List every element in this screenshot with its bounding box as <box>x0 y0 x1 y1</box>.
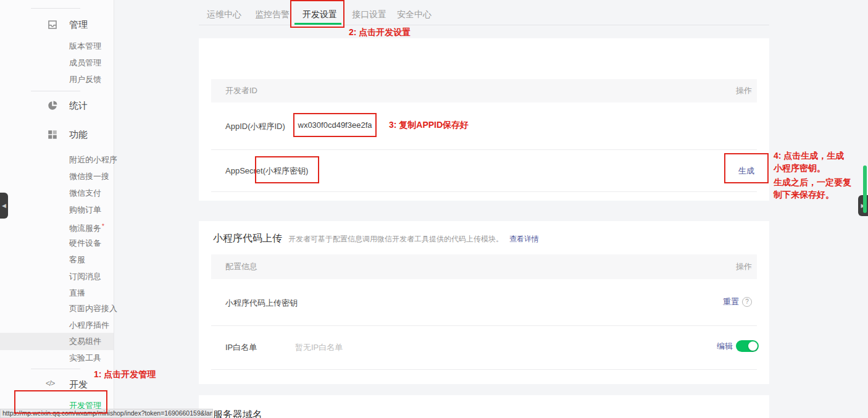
grid-icon <box>47 129 58 140</box>
column-action: 操作 <box>736 261 752 272</box>
view-details-link[interactable]: 查看详情 <box>509 234 539 245</box>
annotation-step4-line1: 4: 点击生成，生成 <box>774 149 867 162</box>
sidebar-item-shopping-orders[interactable]: 购物订单 <box>69 204 101 215</box>
tab-ops-center[interactable]: 运维中心 <box>207 9 241 20</box>
row-divider <box>211 191 757 192</box>
wechat-miniprogram-admin-screen: 管理 版本管理 成员管理 用户反馈 统计 功能 附近的小程序 微信搜一搜 微信支… <box>0 0 868 418</box>
edit-link[interactable]: 编辑 <box>717 341 733 352</box>
annotation-box-appsecret <box>255 156 319 183</box>
annotation-step4: 4: 点击生成，生成 小程序密钥。 生成之后，一定要复 制下来保存好。 <box>774 149 867 201</box>
tabbar-divider <box>199 25 769 25</box>
code-upload-desc: 开发者可基于配置信息调用微信开发者工具提供的代码上传模块。 <box>288 234 503 245</box>
sidebar-item-member-manage[interactable]: 成员管理 <box>69 57 101 69</box>
sidebar-item-label: 物流服务 <box>69 224 101 233</box>
ip-whitelist-label: IP白名单 <box>225 342 257 353</box>
appid-label: AppID(小程序ID) <box>225 121 285 132</box>
column-action: 操作 <box>736 85 752 96</box>
column-config-info: 配置信息 <box>225 261 257 272</box>
code-icon: </> <box>46 379 54 388</box>
toggle-knob <box>748 341 757 351</box>
sidebar-item-customer-service[interactable]: 客服 <box>69 254 85 265</box>
row-divider <box>211 325 757 326</box>
sidebar-item-trade-component[interactable]: 交易组件 <box>69 336 101 347</box>
sidebar-section-features[interactable]: 功能 <box>69 128 88 141</box>
help-icon[interactable]: ? <box>742 297 752 307</box>
reset-link[interactable]: 重置 <box>723 296 739 307</box>
sidebar-item-subscribe-message[interactable]: 订阅消息 <box>69 271 101 282</box>
sidebar-section-dev[interactable]: 开发 <box>69 378 88 391</box>
tab-security-center[interactable]: 安全中心 <box>397 9 432 20</box>
sidebar-item-hardware-device[interactable]: 硬件设备 <box>69 238 101 249</box>
inbox-icon <box>47 19 58 30</box>
sidebar-item-version-manage[interactable]: 版本管理 <box>69 41 101 52</box>
ip-whitelist-value: 暂无IP白名单 <box>295 342 343 353</box>
upload-key-actions: 重置 ? <box>723 296 752 307</box>
upload-key-label: 小程序代码上传密钥 <box>225 298 298 309</box>
server-domain-title: 服务器域名 <box>213 409 262 418</box>
code-upload-table-header: 配置信息 操作 <box>211 254 757 279</box>
sidebar-item-user-feedback[interactable]: 用户反馈 <box>69 74 101 85</box>
annotation-step4-line2: 小程序密钥。 <box>774 162 867 174</box>
annotation-step4-line4: 制下来保存好。 <box>774 188 867 201</box>
chevron-left-icon: ◀ <box>2 203 6 209</box>
annotation-step4-line3: 生成之后，一定要复 <box>774 176 867 188</box>
sidebar-item-wechat-pay[interactable]: 微信支付 <box>69 188 101 199</box>
sidebar-item-logistics-service[interactable]: 物流服务* <box>69 221 104 232</box>
sidebar-item-miniprogram-plugin[interactable]: 小程序插件 <box>69 320 109 331</box>
sidebar-item-wechat-search[interactable]: 微信搜一搜 <box>69 171 109 182</box>
annotation-step3: 3: 复制APPID保存好 <box>389 120 469 131</box>
code-upload-card: 小程序代码上传 开发者可基于配置信息调用微信开发者工具提供的代码上传模块。 查看… <box>199 221 769 384</box>
sidebar-item-experiment-tools[interactable]: 实验工具 <box>69 353 101 364</box>
code-upload-title: 小程序代码上传 <box>213 232 282 245</box>
server-domain-card: 服务器域名 <box>199 395 769 418</box>
row-divider <box>211 149 757 150</box>
row-divider <box>211 369 757 370</box>
sidebar-item-page-content-access[interactable]: 页面内容接入 <box>69 303 117 314</box>
annotation-box-appid <box>293 113 377 137</box>
ip-whitelist-toggle[interactable] <box>736 340 759 352</box>
developer-id-table-header: 开发者ID 操作 <box>211 79 757 102</box>
tab-monitor-alert[interactable]: 监控告警 <box>255 9 290 20</box>
sidebar-item-nearby-miniprogram[interactable]: 附近的小程序 <box>69 154 117 165</box>
annotation-step2: 2: 点击开发设置 <box>349 27 411 38</box>
sidebar: 管理 版本管理 成员管理 用户反馈 统计 功能 附近的小程序 微信搜一搜 微信支… <box>0 0 114 418</box>
sidebar-divider <box>31 8 80 9</box>
annotation-step1: 1: 点击开发管理 <box>94 369 156 380</box>
sidebar-divider <box>31 369 80 369</box>
collapse-left-handle[interactable]: ◀ <box>0 193 8 219</box>
ip-whitelist-actions: 编辑 <box>717 340 759 352</box>
column-developer-id: 开发者ID <box>225 85 257 96</box>
sidebar-item-live[interactable]: 直播 <box>69 288 85 299</box>
tab-api-settings[interactable]: 接口设置 <box>352 9 386 20</box>
sidebar-section-manage[interactable]: 管理 <box>69 19 88 31</box>
annotation-box-generate <box>724 153 769 183</box>
sidebar-section-stats[interactable]: 统计 <box>69 99 88 112</box>
pie-chart-icon <box>47 100 58 111</box>
new-badge: * <box>102 223 104 230</box>
sidebar-divider <box>31 91 80 91</box>
annotation-box-dev-manage <box>14 390 107 414</box>
annotation-box-dev-settings-tab <box>290 0 344 28</box>
